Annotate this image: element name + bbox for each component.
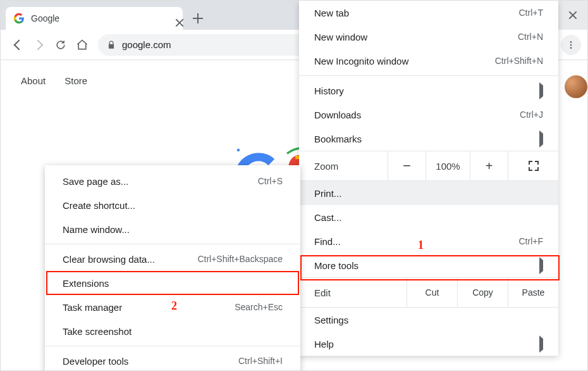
submenu-create-shortcut[interactable]: Create shortcut...: [45, 193, 300, 217]
menu-separator: [45, 244, 300, 244]
home-button[interactable]: [71, 34, 93, 56]
reload-icon: [54, 39, 67, 51]
svg-point-3: [237, 149, 240, 151]
new-tab-button[interactable]: [189, 9, 207, 27]
svg-point-2: [570, 47, 572, 49]
svg-point-1: [570, 44, 572, 46]
forward-button[interactable]: [28, 34, 50, 56]
back-button[interactable]: [7, 34, 28, 56]
menu-separator: [299, 75, 558, 76]
home-icon: [76, 39, 89, 51]
menu-new-tab[interactable]: New tabCtrl+T: [299, 1, 558, 25]
menu-incognito[interactable]: New Incognito windowCtrl+Shift+N: [299, 49, 558, 73]
fullscreen-icon: [529, 161, 539, 171]
edit-cut[interactable]: Cut: [407, 278, 457, 307]
menu-bookmarks[interactable]: Bookmarks: [299, 127, 558, 151]
address-text: google.com: [122, 39, 171, 50]
browser-main-menu: New tabCtrl+T New windowCtrl+N New Incog…: [299, 1, 558, 356]
menu-more-tools[interactable]: More tools: [299, 253, 558, 277]
plus-icon: [193, 13, 203, 23]
profile-avatar[interactable]: [565, 75, 587, 98]
chevron-right-icon: [539, 130, 543, 148]
menu-print[interactable]: Print...: [299, 181, 558, 205]
chevron-right-icon: [539, 336, 543, 353]
zoom-label: Zoom: [299, 151, 388, 180]
reload-button[interactable]: [50, 34, 71, 56]
google-favicon: [13, 13, 25, 24]
menu-separator: [45, 346, 300, 346]
annotation-label-2: 2: [171, 299, 177, 313]
submenu-dev-tools[interactable]: Developer toolsCtrl+Shift+I: [45, 349, 300, 371]
menu-help[interactable]: Help: [299, 332, 558, 356]
arrow-right-icon: [33, 39, 44, 50]
zoom-out-button[interactable]: −: [388, 151, 426, 180]
menu-zoom-row: Zoom − 100% +: [299, 151, 558, 181]
edit-label: Edit: [299, 278, 407, 307]
svg-point-0: [570, 41, 572, 43]
menu-edit-row: Edit Cut Copy Paste: [299, 277, 558, 308]
browser-menu-button[interactable]: [561, 35, 581, 55]
annotation-label-1: 1: [418, 239, 424, 252]
submenu-name-window[interactable]: Name window...: [45, 217, 300, 241]
zoom-in-button[interactable]: +: [470, 151, 508, 180]
submenu-clear-data[interactable]: Clear browsing data...Ctrl+Shift+Backspa…: [45, 247, 300, 271]
window-close-button[interactable]: [558, 1, 587, 30]
zoom-value: 100%: [426, 151, 470, 180]
submenu-save-page[interactable]: Save page as...Ctrl+S: [45, 169, 300, 193]
fullscreen-button[interactable]: [508, 151, 558, 180]
submenu-extensions[interactable]: Extensions: [45, 271, 300, 295]
browser-tab[interactable]: Google: [6, 7, 183, 30]
tab-title: Google: [31, 13, 59, 23]
close-icon: [568, 11, 577, 20]
chevron-right-icon: [539, 82, 543, 99]
more-tools-submenu: Save page as...Ctrl+S Create shortcut...…: [45, 165, 300, 371]
lock-icon: [107, 41, 116, 49]
submenu-screenshot[interactable]: Take screenshot: [45, 319, 300, 343]
menu-history[interactable]: History: [299, 79, 558, 103]
edit-paste[interactable]: Paste: [508, 278, 558, 307]
menu-new-window[interactable]: New windowCtrl+N: [299, 25, 558, 49]
chevron-right-icon: [539, 257, 543, 274]
arrow-left-icon: [14, 39, 25, 50]
kebab-icon: [566, 40, 576, 50]
nav-about[interactable]: About: [21, 75, 46, 86]
menu-downloads[interactable]: DownloadsCtrl+J: [299, 103, 558, 127]
menu-cast[interactable]: Cast...: [299, 205, 558, 229]
menu-find[interactable]: Find...Ctrl+F: [299, 229, 558, 253]
nav-store[interactable]: Store: [64, 75, 87, 86]
menu-settings[interactable]: Settings: [299, 308, 558, 332]
edit-copy[interactable]: Copy: [457, 278, 508, 307]
